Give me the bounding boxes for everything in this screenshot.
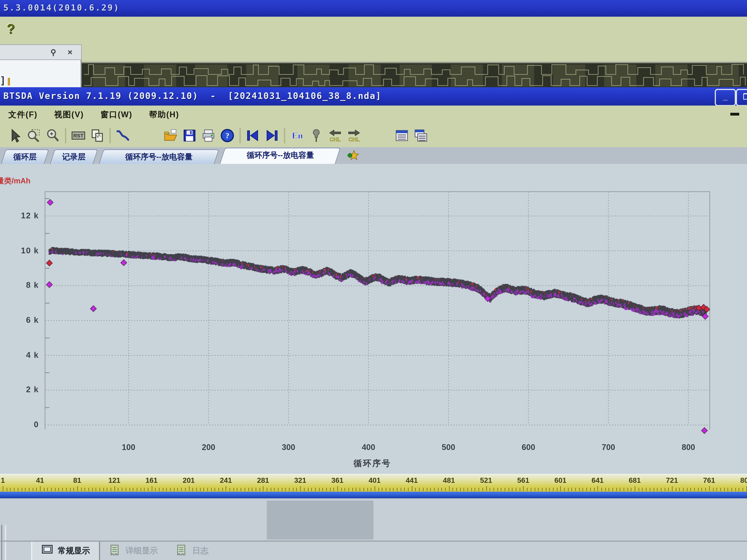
ruler-tick <box>564 488 565 491</box>
ruler-tick <box>724 488 725 491</box>
save-icon[interactable] <box>181 127 198 144</box>
view-tab-1[interactable]: 记录层 <box>50 150 98 164</box>
open-file-icon[interactable] <box>162 127 179 144</box>
reset-icon[interactable]: RST <box>70 127 87 144</box>
cycle-ruler-bar[interactable]: 1418112116120124128132136140144148152156… <box>0 474 747 492</box>
next-record-icon[interactable] <box>263 127 280 144</box>
ruler-tick <box>486 486 487 491</box>
ruler-tick <box>285 488 286 491</box>
menu-item-2[interactable]: 窗口(W) <box>92 109 141 120</box>
ruler-number: 521 <box>480 476 492 484</box>
view-tab-3[interactable]: 循环序号--放电容量 <box>220 148 340 164</box>
ruler-tick <box>103 488 104 491</box>
ruler-number: 41 <box>36 476 44 484</box>
main-toolbar: RST?EnCHLCHL <box>0 123 747 148</box>
ruler-tick <box>616 488 617 491</box>
ruler-tick <box>326 488 327 491</box>
dock-panel-header: ⚲ × <box>0 45 82 60</box>
bottom-tab-1[interactable]: 详细显示 <box>100 542 167 560</box>
cycle-layer-view-icon[interactable] <box>393 127 410 144</box>
close-icon[interactable]: × <box>65 47 76 58</box>
record-layer-view-icon[interactable] <box>412 127 429 144</box>
ruler-tick <box>14 488 15 491</box>
ruler-tick <box>519 488 520 491</box>
ruler-tick <box>170 488 171 491</box>
ruler-tick <box>579 488 579 491</box>
ruler-tick <box>18 488 18 491</box>
ruler-tick <box>289 488 289 491</box>
bottom-area: 常规显示详细显示日志 <box>0 498 747 560</box>
ruler-tick <box>676 488 676 491</box>
y-tick-label: 0 <box>0 420 39 429</box>
ruler-tick <box>464 488 464 491</box>
add-view-star-icon[interactable] <box>347 150 359 162</box>
ruler-tick <box>88 488 89 491</box>
ruler-tick <box>77 486 78 491</box>
scroll-strip[interactable] <box>0 492 747 498</box>
ruler-tick <box>345 488 345 491</box>
ruler-tick <box>386 488 386 491</box>
zoom-icon[interactable] <box>45 127 61 144</box>
ruler-tick <box>129 488 130 491</box>
ruler-tick <box>665 488 665 491</box>
pin-icon[interactable]: ⚲ <box>48 47 59 58</box>
ruler-tick <box>479 488 479 491</box>
toolbar-separator <box>284 128 285 143</box>
ruler-tick <box>311 488 312 491</box>
menu-item-1[interactable]: 视图(V) <box>46 109 92 120</box>
x-tick-label: 200 <box>192 443 225 452</box>
toolbar-separator <box>109 128 111 143</box>
menu-item-3[interactable]: 帮助(H) <box>141 109 187 120</box>
ruler-tick <box>694 488 695 491</box>
view-tab-label: 循环序号--放电容量 <box>223 148 338 162</box>
view-tab-0[interactable]: 循环层 <box>1 150 49 164</box>
prev-record-icon[interactable] <box>244 127 261 144</box>
ruler-tick <box>698 488 698 491</box>
menu-item-0[interactable]: 文件(F) <box>0 109 46 120</box>
ruler-tick <box>735 488 736 491</box>
ruler-tick <box>549 488 550 491</box>
chart-canvas <box>0 164 747 474</box>
ruler-number: 721 <box>666 476 678 484</box>
pointer-tool-icon[interactable] <box>7 127 23 144</box>
ruler-tick <box>185 488 185 491</box>
svg-text:CHL: CHL <box>330 136 341 142</box>
ruler-tick <box>497 488 498 491</box>
view-tab-2[interactable]: 循环序号--放电容量 <box>99 150 219 164</box>
bottom-tab-2[interactable]: 日志 <box>167 542 217 560</box>
ruler-tick <box>174 488 174 491</box>
ruler-tick <box>624 488 624 491</box>
os-titlebar: 5.3.0014(2010.6.29) <box>0 0 747 17</box>
zoom-region-icon[interactable] <box>26 127 42 144</box>
ruler-tick <box>140 488 141 491</box>
ruler-tick <box>319 488 319 491</box>
ruler-tick <box>553 488 553 491</box>
ruler-tick <box>6 488 7 491</box>
ruler-tick <box>148 488 148 491</box>
ruler-tick <box>609 488 609 491</box>
ruler-tick <box>709 486 710 491</box>
help-icon[interactable]: ? <box>7 21 15 37</box>
bottom-tab-0[interactable]: 常规显示 <box>31 542 100 560</box>
help-icon[interactable]: ? <box>219 127 236 144</box>
pin-tool-icon[interactable] <box>308 127 325 144</box>
copy-graph-icon[interactable] <box>89 127 106 144</box>
print-icon[interactable] <box>200 127 217 144</box>
minimize-button[interactable]: _ <box>715 89 736 106</box>
ruler-tick <box>731 488 732 491</box>
ruler-tick <box>233 488 234 491</box>
ruler-tick <box>657 488 658 491</box>
prev-channel-icon[interactable]: CHL <box>327 127 343 144</box>
language-icon[interactable]: En <box>289 127 306 144</box>
ruler-tick <box>691 488 691 491</box>
ruler-tick <box>427 488 427 491</box>
document-minimize-button[interactable] <box>730 113 739 115</box>
ruler-tick <box>375 486 375 491</box>
curve-style-icon[interactable] <box>114 127 131 144</box>
ruler-tick <box>713 488 714 491</box>
ruler-number: 681 <box>629 476 641 484</box>
next-channel-icon[interactable]: CHL <box>346 127 362 144</box>
maximize-button[interactable]: ❐ <box>736 89 747 106</box>
ruler-tick <box>122 488 122 491</box>
ruler-tick <box>483 488 483 491</box>
